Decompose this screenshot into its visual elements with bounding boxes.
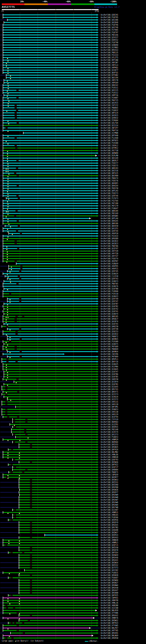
hit-row[interactable]: UniRef100_P29684 — [0, 119, 146, 122]
hit-row[interactable]: UniRef100_O24045 — [0, 368, 146, 370]
hit-label[interactable]: UniRef100_Q107B8 — [101, 288, 118, 290]
hit-row[interactable]: UniRef100_O22487 — [0, 509, 146, 511]
hit-row[interactable]: UniRef100_Q64FQ1 — [0, 72, 146, 74]
hit-row[interactable]: UniRef100_Q9ZSS5 — [0, 444, 146, 446]
hit-row[interactable]: UniRef100_A9PG69 — [0, 82, 146, 84]
hit-label[interactable]: UniRef100_Q9TLH4 — [101, 218, 118, 220]
hit-label[interactable]: UniRef100_P16032 — [101, 110, 118, 112]
hit-row[interactable]: UniRef100_Q42306 — [0, 19, 146, 21]
hit-row[interactable]: UniRef100_P10795 — [0, 16, 146, 19]
hit-label[interactable]: UniRef100_A2ZJQ0 — [101, 607, 118, 609]
hit-row[interactable]: UniRef100_C1JZ18 — [0, 275, 146, 278]
hit-row[interactable]: UniRef100_P04715 — [0, 99, 146, 102]
hit-row[interactable]: UniRef100_C6T1Y2 — [0, 104, 146, 107]
hit-label[interactable]: UniRef100_Q9ZRS6 — [101, 519, 118, 521]
hit-row[interactable]: UniRef100_Q9SNZ8 — [0, 574, 146, 576]
hit-label[interactable]: UniRef100_P00865 — [101, 107, 118, 109]
hit-label[interactable]: UniRef100_P08135 — [101, 52, 118, 54]
hit-label[interactable]: UniRef100_Q3LFQ4 — [101, 122, 118, 124]
hit-row[interactable]: UniRef100_B9S5G3 — [0, 49, 146, 52]
hit-row[interactable]: UniRef100_P19311 — [0, 86, 146, 89]
hit-label[interactable]: UniRef100_Q9FRZ2 — [101, 464, 118, 466]
hit-row[interactable]: UniRef100_Q9SAX8 — [0, 587, 146, 589]
hit-row[interactable]: UniRef100_A9NNZ8 — [0, 539, 146, 542]
hit-label[interactable]: UniRef100_Q42915 — [101, 102, 118, 104]
hit-label[interactable]: UniRef100_P05346 — [101, 34, 118, 36]
hit-label[interactable]: UniRef100_Q107B7 — [101, 303, 118, 305]
hit-label[interactable]: UniRef100_Q2QTJ1 — [101, 544, 118, 546]
hit-row[interactable]: UniRef100_Q42516 — [0, 170, 146, 172]
hit-row[interactable]: UniRef100_Q04450 — [0, 225, 146, 227]
hit-row[interactable]: UniRef100_A9N165 — [0, 514, 146, 516]
hit-label[interactable]: UniRef100_P05349 — [101, 212, 118, 214]
hit-row[interactable]: UniRef100_P26575 — [0, 164, 146, 167]
hit-label[interactable]: UniRef100_A9NR76 — [101, 617, 118, 619]
hit-row[interactable]: UniRef100_P31333 — [0, 54, 146, 56]
hit-label[interactable]: UniRef100_Q5ZF97 — [101, 248, 118, 250]
hit-row[interactable]: UniRef100_Q9ZWH4 — [0, 579, 146, 582]
hit-label[interactable]: UniRef100_C0PQS9 — [101, 474, 118, 476]
hit-label[interactable]: UniRef100_P19312 — [101, 92, 118, 94]
hit-row[interactable]: UniRef100_Q2QTJ7 — [0, 466, 146, 468]
hit-row[interactable]: UniRef100_P07689 — [0, 346, 146, 348]
hit-label[interactable]: UniRef100_Q39748 — [101, 328, 118, 330]
hit-row[interactable]: UniRef100_O24574 — [0, 431, 146, 433]
hit-label[interactable]: UniRef100_Q9FRZ3 — [101, 622, 118, 624]
hit-row[interactable]: UniRef100_Q9ZWG2 — [0, 619, 146, 622]
hit-label[interactable]: UniRef100_Q9TLH3 — [101, 190, 118, 192]
hit-label[interactable]: UniRef100_P10053 — [101, 436, 118, 438]
hit-label[interactable]: UniRef100_A9NMJ1 — [101, 512, 118, 514]
hit-row[interactable]: UniRef100_C5Y519 — [0, 418, 146, 421]
hit-label[interactable]: UniRef100_Q9S7W0 — [101, 506, 118, 508]
hit-label[interactable]: UniRef100_Q43746 — [101, 26, 118, 28]
hit-label[interactable]: UniRef100_O65194 — [101, 77, 118, 79]
hit-label[interactable]: UniRef100_Q9SNZ7 — [101, 582, 118, 584]
hit-label[interactable]: UniRef100_Q8VX71 — [101, 391, 118, 393]
hit-label[interactable]: UniRef100_O22573 — [101, 394, 118, 396]
hit-label[interactable]: UniRef100_Q9SAW9 — [101, 494, 118, 496]
hit-row[interactable]: UniRef100_O65349 — [0, 157, 146, 160]
hit-label[interactable]: UniRef100_Q42815 — [101, 114, 118, 116]
hit-row[interactable]: UniRef100_O48550 — [0, 378, 146, 380]
hit-row[interactable]: UniRef100_Q8GRJ7 — [0, 160, 146, 162]
hit-label[interactable]: UniRef100_P29684 — [101, 120, 118, 122]
hit-label[interactable]: UniRef100_Q39749 — [101, 298, 118, 300]
hit-label[interactable]: UniRef100_Q107A5 — [101, 323, 118, 325]
hit-label[interactable]: UniRef100_Q106Z5 — [101, 363, 118, 365]
hit-label[interactable]: UniRef100_Q6RWD8 — [101, 152, 118, 154]
hit-row[interactable]: UniRef100_Q84NG5 — [0, 338, 146, 340]
hit-row[interactable]: UniRef100_B7FMC2 — [0, 147, 146, 150]
hit-row[interactable]: UniRef100_B3H5S2 — [0, 39, 146, 41]
hit-row[interactable]: UniRef100_Q107B6 — [0, 373, 146, 376]
hit-label[interactable]: UniRef100_Q84NG4 — [101, 351, 118, 353]
hit-label[interactable]: UniRef100_Q40004 — [101, 469, 118, 471]
hit-row[interactable]: UniRef100_P26576 — [0, 180, 146, 182]
hit-label[interactable]: UniRef100_P32764 — [101, 200, 118, 202]
hit-row[interactable]: UniRef100_Q3ECH1 — [0, 14, 146, 16]
hit-row[interactable]: UniRef100_P22433 — [0, 235, 146, 237]
hit-label[interactable]: UniRef100_B7FHB2 — [101, 74, 118, 76]
hit-row[interactable]: UniRef100_P69250 — [0, 187, 146, 190]
hit-row[interactable]: UniRef100_Q43832 — [0, 333, 146, 335]
hit-label[interactable]: UniRef100_Q9SDY8 — [101, 549, 118, 551]
hit-row[interactable]: UniRef100_Q41582 — [0, 569, 146, 572]
hit-label[interactable]: UniRef100_Q9XQB5 — [101, 215, 118, 217]
hit-label[interactable]: UniRef100_C6SVL2 — [101, 144, 118, 147]
hit-label[interactable]: UniRef100_P08706 — [101, 245, 118, 247]
hit-row[interactable]: UniRef100_P32764 — [0, 200, 146, 202]
hit-row[interactable]: UniRef100_Q9FUJ4 — [0, 112, 146, 114]
hit-label[interactable]: UniRef100_B1PLM0 — [101, 155, 118, 157]
hit-row[interactable]: UniRef100_Q9ZP07 — [0, 260, 146, 262]
hit-label[interactable]: UniRef100_B8LN69 — [101, 635, 118, 637]
hit-label[interactable]: UniRef100_Q9XGX4 — [101, 185, 118, 187]
hit-row[interactable]: UniRef100_O22573 — [0, 393, 146, 396]
hit-label[interactable]: UniRef100_P19308 — [101, 142, 118, 144]
hit-row[interactable]: UniRef100_Q9ZRS6 — [0, 519, 146, 521]
hit-row[interactable]: UniRef100_Q38793 — [0, 458, 146, 461]
hit-row[interactable]: UniRef100_Q9ZWG4 — [0, 562, 146, 564]
hit-row[interactable]: UniRef100_Q39746 — [0, 195, 146, 197]
hit-row[interactable]: UniRef100_B8LRS9 — [0, 609, 146, 612]
hit-row[interactable]: UniRef100_A9XP20 — [0, 232, 146, 235]
hit-label[interactable]: UniRef100_A5C718 — [101, 150, 118, 152]
hit-row[interactable]: UniRef100_A9NM29 — [0, 438, 146, 441]
